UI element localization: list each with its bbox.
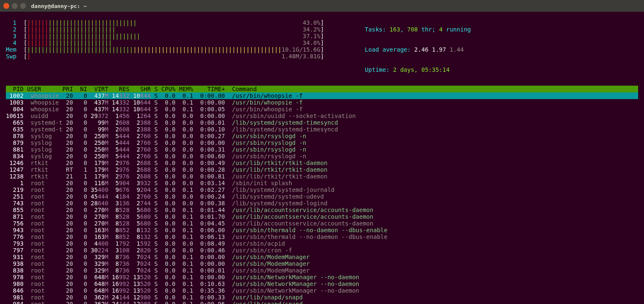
- process-row[interactable]: 797 root 20 0 30224 3108 2820 S 0.0 0.0 …: [6, 247, 638, 254]
- load-2: 1.97: [432, 46, 446, 53]
- uptime-value: 2 days, 05:35:14: [393, 66, 450, 73]
- process-row[interactable]: 980 root 20 0 648M 16992 13520 S 0.0 0.1…: [6, 280, 638, 287]
- process-row[interactable]: 981 root 20 0 362M 24144 12980 S 0.0 0.1…: [6, 294, 638, 301]
- process-row[interactable]: 665 systemd-t 20 0 99M 2608 2388 S 0.0 0…: [6, 119, 638, 126]
- process-row[interactable]: 776 root 20 0 163M 8852 8132 S 0.0 0.1 0…: [6, 233, 638, 240]
- process-row[interactable]: 838 root 20 0 329M 8736 7024 S 0.0 0.1 0…: [6, 267, 638, 274]
- process-row[interactable]: 938 root 20 0 329M 8736 7024 S 0.0 0.1 0…: [6, 260, 638, 267]
- process-row[interactable]: 879 syslog 20 0 250M 5444 2760 S 0.0 0.0…: [6, 139, 638, 146]
- terminal-output[interactable]: 1 [||||||||||||||||||||||||||||||| 43.0%…: [0, 12, 644, 304]
- summary-block: Tasks: 163, 708 thr; 4 running Load aver…: [337, 19, 471, 80]
- window-titlebar: danny@danny-pc: ~: [0, 0, 644, 12]
- process-row[interactable]: 793 root 20 0 4400 1792 1592 S 0.0 0.0 0…: [6, 240, 638, 247]
- window-title: danny@danny-pc: ~: [31, 3, 87, 9]
- tasks-label: Tasks:: [365, 26, 390, 33]
- process-row[interactable]: 834 syslog 20 0 250M 5444 2760 S 0.0 0.0…: [6, 153, 638, 160]
- process-row[interactable]: 878 syslog 20 0 250M 5444 2760 S 0.0 0.0…: [6, 133, 638, 139]
- process-row[interactable]: 1247 rtkit RT 1 179M 2976 2688 S 0.0 0.0…: [6, 166, 638, 173]
- process-row[interactable]: 635 systemd-t 20 0 99M 2608 2388 S 0.0 0…: [6, 126, 638, 133]
- process-table-header[interactable]: PID USER PRI NI VIRT RES SHR S CPU% MEM%…: [6, 86, 638, 92]
- process-row[interactable]: 1003 whoopsie 20 0 437M 14332 10644 S 0.…: [6, 99, 638, 106]
- process-row[interactable]: 1238 rtkit 21 1 179M 2976 2688 S 0.0 0.0…: [6, 173, 638, 180]
- meter-block-left: 1 [||||||||||||||||||||||||||||||| 43.0%…: [6, 19, 324, 80]
- process-table-body[interactable]: 1002 whoopsie 20 0 437M 14332 10644 S 0.…: [6, 92, 638, 304]
- process-row[interactable]: 931 root 20 0 329M 8736 7024 S 0.0 0.1 0…: [6, 254, 638, 260]
- process-row[interactable]: 219 root 20 0 35400 9676 9204 S 0.0 0.1 …: [6, 186, 638, 193]
- uptime-label: Uptime:: [365, 66, 393, 73]
- process-row[interactable]: 943 root 20 0 163M 8852 8132 S 0.0 0.1 0…: [6, 227, 638, 233]
- running-count: 4: [439, 26, 442, 33]
- process-row[interactable]: 881 syslog 20 0 250M 5444 2760 S 0.0 0.0…: [6, 146, 638, 153]
- process-row[interactable]: 1246 rtkit 20 0 179M 2976 2688 S 0.0 0.0…: [6, 160, 638, 166]
- close-icon[interactable]: [3, 3, 9, 9]
- process-row[interactable]: 855 root 20 0 270M 8528 5680 S 0.0 0.1 0…: [6, 207, 638, 213]
- process-row[interactable]: 871 root 20 0 270M 8528 5680 S 0.0 0.1 0…: [6, 213, 638, 220]
- minimize-icon[interactable]: [12, 3, 18, 9]
- process-row[interactable]: 756 root 20 0 270M 8528 5680 S 0.0 0.1 0…: [6, 220, 638, 227]
- thread-count: 708: [407, 26, 418, 33]
- process-row[interactable]: 10615 uuidd 20 0 29372 1456 1264 S 0.0 0…: [6, 113, 638, 119]
- tasks-count: 163: [390, 26, 400, 33]
- process-row[interactable]: 743 root 20 0 28640 3136 2744 S 0.0 0.0 …: [6, 200, 638, 207]
- process-row[interactable]: 1002 whoopsie 20 0 437M 14332 10644 S 0.…: [6, 92, 638, 99]
- process-row[interactable]: 1 root 20 0 116M 5904 3932 S 0.0 0.0 0:0…: [6, 180, 638, 186]
- process-row[interactable]: 804 whoopsie 20 0 437M 14332 10644 S 0.0…: [6, 106, 638, 113]
- process-row[interactable]: 978 root 20 0 648M 16992 13520 S 0.0 0.1…: [6, 274, 638, 280]
- load-label: Load average:: [365, 46, 414, 53]
- process-row[interactable]: 251 root 20 0 45444 4184 2760 S 0.0 0.0 …: [6, 193, 638, 200]
- load-1: 2.46: [414, 46, 428, 53]
- process-row[interactable]: 846 root 20 0 648M 16992 13520 S 0.0 0.1…: [6, 287, 638, 294]
- load-3: 1.44: [449, 46, 464, 53]
- process-row[interactable]: 984 root 20 0 362M 24144 12980 S 0.0 0.1…: [6, 301, 638, 304]
- maximize-icon[interactable]: [20, 3, 26, 9]
